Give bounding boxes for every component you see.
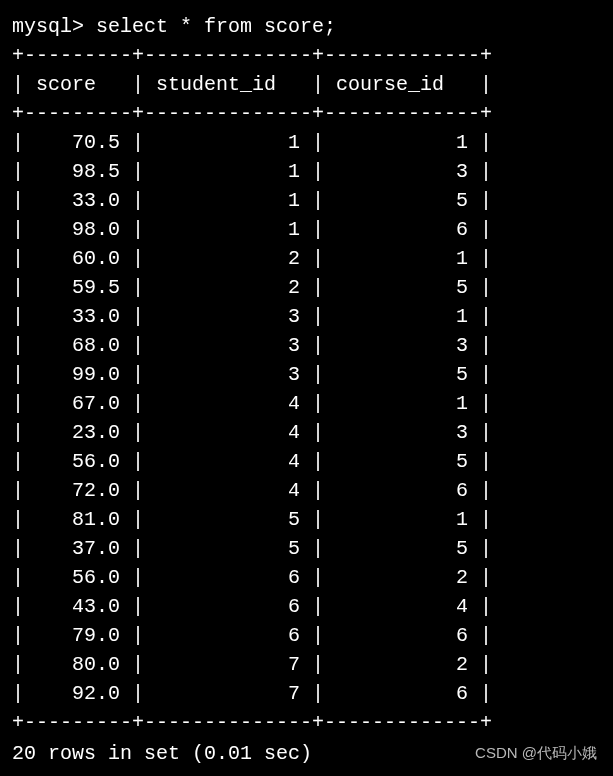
table-row: | 23.0 | 4 | 3 |	[12, 418, 601, 447]
table-row: | 68.0 | 3 | 3 |	[12, 331, 601, 360]
table-row: | 81.0 | 5 | 1 |	[12, 505, 601, 534]
table-row: | 98.5 | 1 | 3 |	[12, 157, 601, 186]
mysql-prompt: mysql> select * from score;	[12, 12, 601, 41]
table-header: | score | student_id | course_id |	[12, 70, 601, 99]
table-row: | 33.0 | 1 | 5 |	[12, 186, 601, 215]
table-row: | 56.0 | 6 | 2 |	[12, 563, 601, 592]
table-body: | 70.5 | 1 | 1 || 98.5 | 1 | 3 || 33.0 |…	[12, 128, 601, 708]
table-row: | 99.0 | 3 | 5 |	[12, 360, 601, 389]
table-border-bottom: +---------+--------------+-------------+	[12, 708, 601, 737]
table-row: | 79.0 | 6 | 6 |	[12, 621, 601, 650]
table-border-header: +---------+--------------+-------------+	[12, 99, 601, 128]
table-row: | 43.0 | 6 | 4 |	[12, 592, 601, 621]
table-row: | 59.5 | 2 | 5 |	[12, 273, 601, 302]
table-row: | 60.0 | 2 | 1 |	[12, 244, 601, 273]
table-row: | 33.0 | 3 | 1 |	[12, 302, 601, 331]
table-row: | 98.0 | 1 | 6 |	[12, 215, 601, 244]
table-row: | 80.0 | 7 | 2 |	[12, 650, 601, 679]
table-border-top: +---------+--------------+-------------+	[12, 41, 601, 70]
table-row: | 92.0 | 7 | 6 |	[12, 679, 601, 708]
table-row: | 56.0 | 4 | 5 |	[12, 447, 601, 476]
table-row: | 72.0 | 4 | 6 |	[12, 476, 601, 505]
table-row: | 67.0 | 4 | 1 |	[12, 389, 601, 418]
watermark: CSDN @代码小娥	[475, 742, 597, 764]
table-row: | 37.0 | 5 | 5 |	[12, 534, 601, 563]
table-row: | 70.5 | 1 | 1 |	[12, 128, 601, 157]
